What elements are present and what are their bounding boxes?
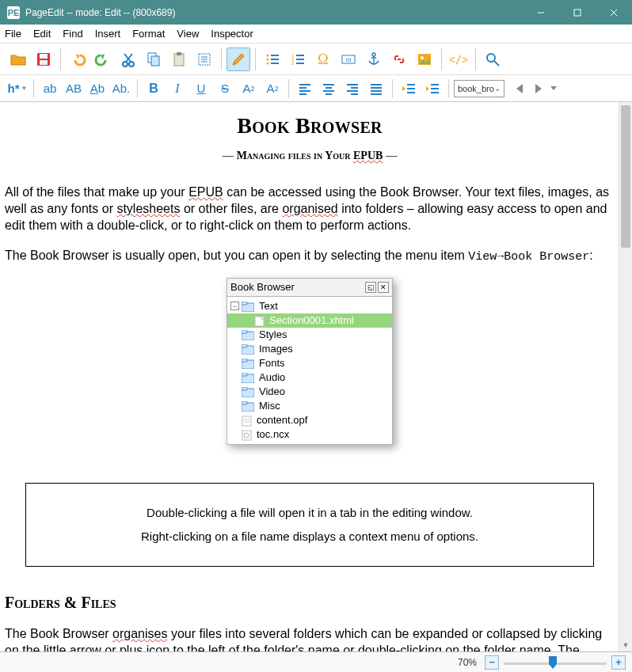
svg-rect-72 xyxy=(242,344,247,347)
zoom-out-button[interactable]: − xyxy=(485,655,499,670)
special-char-button[interactable]: Ω xyxy=(311,47,335,71)
bullet-list-button[interactable] xyxy=(261,47,284,71)
menu-bar: File Edit Find Insert Format View Inspec… xyxy=(0,25,632,44)
superscript-button[interactable]: A2 xyxy=(261,78,284,99)
nav-next-button[interactable] xyxy=(530,82,547,95)
minimize-button[interactable] xyxy=(523,0,559,25)
window-title: PageEdit -- mode: Edit -- (800x689) xyxy=(25,7,523,18)
zoom-thumb-icon[interactable] xyxy=(548,655,558,670)
svg-text:Ω: Ω xyxy=(318,51,328,67)
tree-label: Section0001.xhtml xyxy=(269,314,354,326)
vertical-scrollbar[interactable]: ▲ ▼ xyxy=(619,102,632,651)
indent-button[interactable] xyxy=(421,78,444,99)
capitalize-button[interactable]: Ab. xyxy=(110,78,132,99)
close-button[interactable] xyxy=(596,0,632,25)
svg-rect-76 xyxy=(242,373,247,376)
tree-row-toc-ncx[interactable]: toc.ncx xyxy=(227,427,392,442)
document-body[interactable]: Book Browser —Managing files in Your EPU… xyxy=(0,102,632,651)
bold-button[interactable]: B xyxy=(143,78,165,99)
maximize-button[interactable] xyxy=(559,0,596,25)
outdent-button[interactable] xyxy=(398,78,420,99)
tree-row-text[interactable]: − Text xyxy=(227,299,392,313)
code-view-button[interactable]: </> xyxy=(447,47,470,71)
tree-label: Fonts xyxy=(259,357,285,369)
svg-rect-3 xyxy=(574,9,581,16)
svg-point-21 xyxy=(267,54,269,56)
paste-button[interactable] xyxy=(167,47,191,71)
menu-find[interactable]: Find xyxy=(63,28,82,40)
tree-row-content-opf[interactable]: content.opf xyxy=(227,413,392,427)
copy-button[interactable] xyxy=(142,47,166,71)
redo-button[interactable] xyxy=(91,47,115,71)
align-left-button[interactable] xyxy=(294,78,316,99)
numbered-list-button[interactable]: 123 xyxy=(286,47,310,71)
zoom-slider[interactable] xyxy=(504,655,607,670)
tree-row-styles[interactable]: Styles xyxy=(227,328,392,342)
tree-label: content.opf xyxy=(257,414,307,426)
titlecase-button[interactable]: Ab xyxy=(86,78,109,99)
folder-icon xyxy=(242,385,254,397)
tree-row-fonts[interactable]: Fonts xyxy=(227,356,392,370)
doc-paragraph-2: The Book Browser is usually open, but yo… xyxy=(5,248,615,265)
select-all-button[interactable] xyxy=(192,47,216,71)
insert-id-button[interactable]: id xyxy=(337,47,360,71)
find-button[interactable] xyxy=(481,47,504,71)
menu-file[interactable]: File xyxy=(5,28,21,40)
undo-button[interactable] xyxy=(66,47,89,71)
zoom-in-button[interactable]: + xyxy=(611,655,626,670)
italic-button[interactable]: I xyxy=(166,78,188,99)
save-button[interactable] xyxy=(32,47,55,71)
tree-label: Text xyxy=(259,300,278,312)
subscript-button[interactable]: A2 xyxy=(238,78,260,99)
open-button[interactable] xyxy=(6,47,30,71)
wavy-epub: EPUB xyxy=(353,150,383,161)
doc-heading-2: Folders & Files xyxy=(5,594,615,612)
anchor-button[interactable] xyxy=(362,47,386,71)
link-button[interactable] xyxy=(387,47,411,71)
align-right-button[interactable] xyxy=(341,78,364,99)
lowercase-button[interactable]: ab xyxy=(39,78,61,99)
folder-icon xyxy=(242,300,254,312)
panel-titlebar: Book Browser ◱ ✕ xyxy=(227,278,393,297)
panel-float-icon[interactable]: ◱ xyxy=(365,282,376,293)
tree-row-images[interactable]: Images xyxy=(227,342,392,356)
align-justify-button[interactable] xyxy=(365,78,387,99)
menu-insert[interactable]: Insert xyxy=(95,28,121,40)
nav-menu-button[interactable] xyxy=(549,85,558,93)
collapse-icon[interactable]: − xyxy=(230,302,239,310)
svg-rect-8 xyxy=(40,60,48,65)
align-center-button[interactable] xyxy=(318,78,340,99)
book-browser-panel: Book Browser ◱ ✕ − Text Section0001.xhtm… xyxy=(227,278,393,445)
svg-rect-78 xyxy=(242,387,247,390)
menu-view[interactable]: View xyxy=(177,28,199,40)
svg-rect-70 xyxy=(242,330,247,333)
scroll-down-icon[interactable]: ▼ xyxy=(619,638,632,651)
tree-row-section[interactable]: Section0001.xhtml xyxy=(227,313,392,328)
nav-prev-button[interactable] xyxy=(511,82,528,95)
file-icon xyxy=(242,414,252,427)
tree-label: Styles xyxy=(259,328,287,340)
svg-point-42 xyxy=(487,54,495,62)
underline-button[interactable]: U xyxy=(190,78,212,99)
menu-inspector[interactable]: Inspector xyxy=(211,28,253,40)
heading-menu[interactable]: h*▼ xyxy=(6,78,29,99)
strikethrough-button[interactable]: S xyxy=(214,78,236,99)
tree-row-audio[interactable]: Audio xyxy=(227,370,392,385)
note-line-1: Double-clicking a file will open it in a… xyxy=(34,501,585,525)
scrollbar-thumb[interactable] xyxy=(621,105,630,248)
tree-label: Audio xyxy=(259,371,285,383)
menu-format[interactable]: Format xyxy=(132,28,165,40)
tree-row-video[interactable]: Video xyxy=(227,385,392,399)
panel-close-icon[interactable]: ✕ xyxy=(378,282,389,293)
edit-mode-button[interactable] xyxy=(227,47,250,71)
svg-line-43 xyxy=(494,61,499,66)
uppercase-button[interactable]: AB xyxy=(63,78,85,99)
svg-point-36 xyxy=(372,53,375,56)
nav-file-select[interactable]: book_bro xyxy=(454,80,504,97)
tree-row-misc[interactable]: Misc xyxy=(227,399,392,413)
doc-subtitle: —Managing files in Your EPUB— xyxy=(5,150,615,162)
cut-button[interactable] xyxy=(116,47,140,71)
menu-edit[interactable]: Edit xyxy=(33,28,51,40)
note-line-2: Right-clicking on a file name displays a… xyxy=(34,525,585,549)
insert-image-button[interactable] xyxy=(413,47,436,71)
